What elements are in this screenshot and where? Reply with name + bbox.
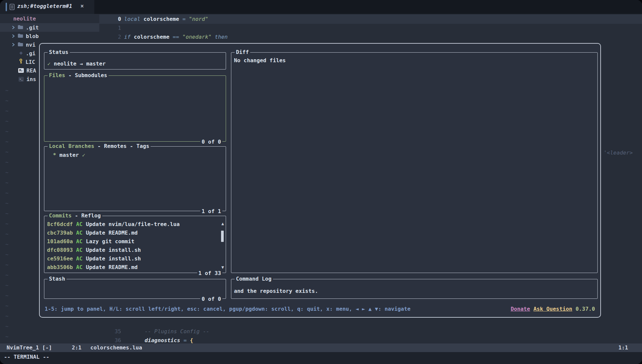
tab-submodules[interactable]: - Submodules (65, 72, 107, 78)
identifier: colorscheme (134, 34, 169, 40)
operator: == (173, 34, 179, 40)
commit-row[interactable]: ce5916ee AC Update install.sh (47, 254, 217, 263)
tree-item-nvim[interactable]: nvi (12, 40, 35, 49)
tab-files[interactable]: Files (49, 72, 65, 78)
tilde: ~ (5, 178, 9, 188)
tilde: ~ (5, 208, 9, 219)
panel-command-log[interactable]: Command Log and the repository exists. (231, 279, 598, 299)
empty-buffer-tildes: ~~~~~~~~~~~~~~~~~~~~~~~~~ (5, 85, 9, 342)
diff-content: No changed files (234, 57, 286, 64)
statusline-cursor-position: 1:1 (619, 343, 628, 352)
code-line-0[interactable]: local colorscheme = "nord" (124, 15, 208, 23)
gitignore-icon (19, 50, 23, 57)
commit-row[interactable]: dfc08093 AC Update install.sh (47, 246, 217, 254)
command-line: -- TERMINAL -- (0, 352, 642, 364)
statusline-buffer-name: NvimTree_1 [-] (7, 343, 52, 352)
identifier: colorscheme (144, 16, 179, 22)
chevron-right-icon[interactable] (12, 33, 15, 39)
commit-row[interactable]: 101ad60a AC Lazy git commit (47, 237, 217, 246)
commit-author-initials: AC (76, 255, 83, 262)
commit-message: Update README.md (86, 264, 138, 270)
tab-commits[interactable]: Commits (49, 212, 71, 219)
close-icon[interactable]: × (80, 3, 84, 9)
panel-stash-title: Stash (48, 276, 67, 282)
tab-local-branches[interactable]: Local Branches (49, 143, 94, 149)
commit-hash: cbc739ab (47, 230, 73, 236)
commit-row[interactable]: abb3506b AC Update README.md (47, 263, 217, 272)
markdown-icon: M↓ (18, 68, 24, 73)
tilde: ~ (5, 260, 9, 270)
commit-author-initials: AC (76, 238, 83, 245)
scroll-down-icon[interactable]: ▼ (221, 265, 224, 269)
tree-item-label: REA (26, 68, 36, 74)
tilde: ~ (5, 116, 9, 126)
folder-icon (18, 33, 23, 39)
panel-files[interactable]: Files - Submodules 0 of 0 (44, 75, 226, 142)
commit-message: Update install.sh (86, 247, 141, 253)
statusline-filename: colorschemes.lua (90, 343, 142, 352)
tilde: ~ (5, 126, 9, 137)
tabline: zsh;#toggleterm#1 × (0, 0, 642, 14)
tilde: ~ (5, 188, 9, 198)
panel-branches[interactable]: Local Branches - Remotes - Tags * master… (44, 146, 226, 211)
tilde: ~ (5, 198, 9, 208)
chevron-right-icon[interactable] (12, 24, 15, 31)
tab-title: zsh;#toggleterm#1 (17, 3, 72, 9)
donate-link[interactable]: Donate (511, 306, 530, 312)
identifier: diagnostics (145, 337, 180, 343)
commit-row[interactable]: 8cf6dcdf AC Update nvim/lua/file-tree.lu… (47, 220, 217, 229)
version-label: 0.37.0 (575, 306, 595, 312)
command-log-content: and the repository exists. (234, 288, 318, 294)
panel-stash[interactable]: Stash 0 of 0 (44, 279, 226, 299)
stash-count: 0 of 0 (200, 296, 222, 302)
tree-item-gitignore[interactable]: .gi (19, 49, 35, 58)
line-number: 35 (99, 327, 121, 336)
showcmd-leader-hint: '<leader> (604, 150, 633, 156)
panel-diff[interactable]: Diff No changed files (231, 52, 598, 273)
tab-toggleterm[interactable]: zsh;#toggleterm#1 × (0, 0, 94, 14)
tree-root-folder[interactable]: neolite (13, 15, 36, 23)
branches-count: 1 of 1 (200, 208, 222, 214)
tree-item-readme[interactable]: M↓ REA (18, 66, 36, 75)
status-line: ✓ neolite → master (47, 61, 106, 67)
branch-row[interactable]: * master ✓ (53, 152, 85, 158)
tree-item-install[interactable]: >_ ins (19, 75, 36, 83)
panel-commits[interactable]: Commits - Reflog 8cf6dcdf AC Update nvim… (44, 216, 226, 273)
active-tab-indicator (6, 3, 7, 11)
tilde: ~ (5, 332, 9, 342)
folder-icon (18, 42, 23, 48)
tree-item-git[interactable]: .git (12, 23, 39, 32)
tree-item-license[interactable]: LIC (19, 58, 35, 66)
tilde: ~ (5, 229, 9, 239)
tree-item-blob[interactable]: blob (12, 32, 39, 40)
tilde: ~ (5, 96, 9, 106)
commit-author-initials: AC (76, 230, 83, 236)
scroll-up-icon[interactable]: ▲ (221, 221, 224, 226)
comment: -- Plugins Config -- (145, 328, 209, 335)
ask-question-link[interactable]: Ask Question (533, 306, 572, 312)
repo-name: neolite (54, 61, 76, 67)
commit-author-initials: AC (76, 247, 83, 253)
tab-remotes-tags[interactable]: - Remotes - Tags (94, 143, 149, 149)
panel-commits-title: Commits - Reflog (48, 212, 102, 219)
keyword: local (124, 16, 140, 22)
tab-reflog[interactable]: - Reflog (71, 212, 101, 219)
code-line-35[interactable]: -- Plugins Config -- (145, 327, 209, 336)
key-icon (19, 59, 23, 66)
panel-status[interactable]: Status ✓ neolite → master (44, 52, 226, 69)
tree-item-label: .gi (26, 50, 35, 57)
commit-author-initials: AC (76, 264, 83, 270)
commit-row[interactable]: cbc739ab AC Update README.md (47, 229, 217, 237)
current-branch-marker: * (53, 152, 56, 158)
commit-message: Lazy git commit (86, 238, 134, 245)
scrollbar-thumb[interactable] (221, 231, 224, 242)
branch-name: master (60, 152, 79, 158)
file-icon (10, 4, 15, 12)
code-line-2[interactable]: if colorscheme == "onedark" then (124, 32, 228, 41)
mode-indicator: -- TERMINAL -- (4, 353, 49, 361)
open-brace: { (190, 337, 193, 343)
commit-message: Update nvim/lua/file-tree.lua (86, 221, 180, 227)
chevron-right-icon[interactable] (12, 42, 15, 48)
tree-item-label: blob (26, 33, 39, 39)
keyword: then (215, 34, 228, 40)
